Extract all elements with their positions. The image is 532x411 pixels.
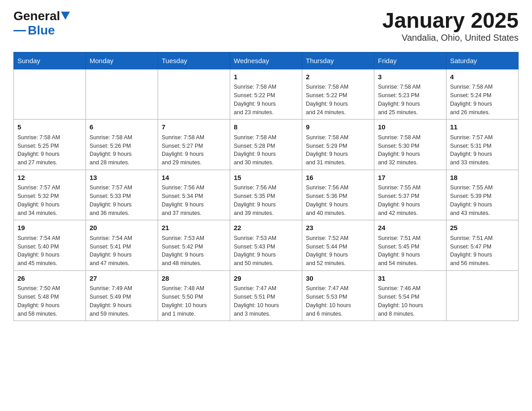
svg-marker-0 xyxy=(61,12,70,20)
table-row: 17Sunrise: 7:55 AM Sunset: 5:37 PM Dayli… xyxy=(374,170,446,220)
table-row: 12Sunrise: 7:57 AM Sunset: 5:32 PM Dayli… xyxy=(14,170,86,220)
table-row: 21Sunrise: 7:53 AM Sunset: 5:42 PM Dayli… xyxy=(158,220,230,271)
day-number: 20 xyxy=(90,223,154,233)
table-row: 8Sunrise: 7:58 AM Sunset: 5:28 PM Daylig… xyxy=(230,120,302,170)
table-row: 10Sunrise: 7:58 AM Sunset: 5:30 PM Dayli… xyxy=(374,120,446,170)
day-info: Sunrise: 7:46 AM Sunset: 5:54 PM Dayligh… xyxy=(378,284,442,318)
table-row: 30Sunrise: 7:47 AM Sunset: 5:53 PM Dayli… xyxy=(302,270,374,321)
table-row xyxy=(14,69,86,120)
day-info: Sunrise: 7:50 AM Sunset: 5:48 PM Dayligh… xyxy=(17,284,82,318)
logo-general-text: General xyxy=(13,9,60,23)
day-info: Sunrise: 7:58 AM Sunset: 5:22 PM Dayligh… xyxy=(306,83,370,116)
title-block: January 2025 Vandalia, Ohio, United Stat… xyxy=(382,9,519,43)
table-row xyxy=(446,270,519,321)
day-number: 5 xyxy=(17,122,82,133)
day-info: Sunrise: 7:53 AM Sunset: 5:43 PM Dayligh… xyxy=(234,234,298,268)
day-number: 14 xyxy=(162,173,226,183)
calendar-week-row: 26Sunrise: 7:50 AM Sunset: 5:48 PM Dayli… xyxy=(14,270,519,321)
day-info: Sunrise: 7:57 AM Sunset: 5:32 PM Dayligh… xyxy=(17,184,82,217)
day-info: Sunrise: 7:55 AM Sunset: 5:39 PM Dayligh… xyxy=(450,184,515,217)
calendar-header-row: Sunday Monday Tuesday Wednesday Thursday… xyxy=(14,52,519,69)
page-title: January 2025 xyxy=(382,9,519,33)
day-number: 11 xyxy=(450,122,515,133)
day-info: Sunrise: 7:54 AM Sunset: 5:41 PM Dayligh… xyxy=(90,234,154,268)
logo-triangle-icon xyxy=(61,12,70,21)
table-row: 9Sunrise: 7:58 AM Sunset: 5:29 PM Daylig… xyxy=(302,120,374,170)
day-number: 28 xyxy=(162,274,226,284)
day-number: 17 xyxy=(378,173,442,183)
table-row: 15Sunrise: 7:56 AM Sunset: 5:35 PM Dayli… xyxy=(230,170,302,220)
table-row: 23Sunrise: 7:52 AM Sunset: 5:44 PM Dayli… xyxy=(302,220,374,271)
day-number: 30 xyxy=(306,274,370,284)
table-row: 27Sunrise: 7:49 AM Sunset: 5:49 PM Dayli… xyxy=(86,270,158,321)
table-row: 6Sunrise: 7:58 AM Sunset: 5:26 PM Daylig… xyxy=(86,120,158,170)
day-info: Sunrise: 7:58 AM Sunset: 5:27 PM Dayligh… xyxy=(162,133,226,167)
col-tuesday: Tuesday xyxy=(158,52,230,69)
day-number: 25 xyxy=(450,223,515,233)
table-row: 7Sunrise: 7:58 AM Sunset: 5:27 PM Daylig… xyxy=(158,120,230,170)
table-row: 16Sunrise: 7:56 AM Sunset: 5:36 PM Dayli… xyxy=(302,170,374,220)
table-row: 28Sunrise: 7:48 AM Sunset: 5:50 PM Dayli… xyxy=(158,270,230,321)
day-info: Sunrise: 7:47 AM Sunset: 5:53 PM Dayligh… xyxy=(306,284,370,318)
day-number: 9 xyxy=(306,122,370,133)
day-number: 10 xyxy=(378,122,442,133)
day-number: 23 xyxy=(306,223,370,233)
day-number: 7 xyxy=(162,122,226,133)
col-saturday: Saturday xyxy=(446,52,519,69)
day-info: Sunrise: 7:58 AM Sunset: 5:23 PM Dayligh… xyxy=(378,83,442,116)
day-info: Sunrise: 7:56 AM Sunset: 5:36 PM Dayligh… xyxy=(306,184,370,217)
day-number: 27 xyxy=(90,274,154,284)
col-friday: Friday xyxy=(374,52,446,69)
day-info: Sunrise: 7:53 AM Sunset: 5:42 PM Dayligh… xyxy=(162,234,226,268)
day-info: Sunrise: 7:56 AM Sunset: 5:35 PM Dayligh… xyxy=(234,184,298,217)
logo-blue-text: Blue xyxy=(28,23,55,38)
day-info: Sunrise: 7:58 AM Sunset: 5:22 PM Dayligh… xyxy=(234,83,298,116)
day-number: 19 xyxy=(17,223,82,233)
day-info: Sunrise: 7:58 AM Sunset: 5:28 PM Dayligh… xyxy=(234,133,298,167)
page-header: General Blue January 2025 Vandalia, Ohio… xyxy=(13,9,519,43)
table-row: 22Sunrise: 7:53 AM Sunset: 5:43 PM Dayli… xyxy=(230,220,302,271)
day-number: 4 xyxy=(450,72,515,82)
table-row: 13Sunrise: 7:57 AM Sunset: 5:33 PM Dayli… xyxy=(86,170,158,220)
day-number: 1 xyxy=(234,72,298,82)
logo: General Blue xyxy=(13,9,70,38)
calendar-week-row: 19Sunrise: 7:54 AM Sunset: 5:40 PM Dayli… xyxy=(14,220,519,271)
calendar-table: Sunday Monday Tuesday Wednesday Thursday… xyxy=(13,52,519,321)
day-info: Sunrise: 7:58 AM Sunset: 5:25 PM Dayligh… xyxy=(17,133,82,167)
day-info: Sunrise: 7:57 AM Sunset: 5:33 PM Dayligh… xyxy=(90,184,154,217)
table-row: 20Sunrise: 7:54 AM Sunset: 5:41 PM Dayli… xyxy=(86,220,158,271)
table-row: 26Sunrise: 7:50 AM Sunset: 5:48 PM Dayli… xyxy=(14,270,86,321)
day-number: 24 xyxy=(378,223,442,233)
day-info: Sunrise: 7:58 AM Sunset: 5:30 PM Dayligh… xyxy=(378,133,442,167)
day-number: 15 xyxy=(234,173,298,183)
day-number: 3 xyxy=(378,72,442,82)
table-row: 1Sunrise: 7:58 AM Sunset: 5:22 PM Daylig… xyxy=(230,69,302,120)
day-info: Sunrise: 7:56 AM Sunset: 5:34 PM Dayligh… xyxy=(162,184,226,217)
table-row: 4Sunrise: 7:58 AM Sunset: 5:24 PM Daylig… xyxy=(446,69,519,120)
table-row: 11Sunrise: 7:57 AM Sunset: 5:31 PM Dayli… xyxy=(446,120,519,170)
day-number: 16 xyxy=(306,173,370,183)
page-subtitle: Vandalia, Ohio, United States xyxy=(382,33,519,43)
table-row: 18Sunrise: 7:55 AM Sunset: 5:39 PM Dayli… xyxy=(446,170,519,220)
table-row: 3Sunrise: 7:58 AM Sunset: 5:23 PM Daylig… xyxy=(374,69,446,120)
calendar-week-row: 12Sunrise: 7:57 AM Sunset: 5:32 PM Dayli… xyxy=(14,170,519,220)
table-row: 5Sunrise: 7:58 AM Sunset: 5:25 PM Daylig… xyxy=(14,120,86,170)
table-row: 2Sunrise: 7:58 AM Sunset: 5:22 PM Daylig… xyxy=(302,69,374,120)
day-number: 26 xyxy=(17,274,82,284)
table-row: 14Sunrise: 7:56 AM Sunset: 5:34 PM Dayli… xyxy=(158,170,230,220)
day-number: 31 xyxy=(378,274,442,284)
day-info: Sunrise: 7:48 AM Sunset: 5:50 PM Dayligh… xyxy=(162,284,226,318)
day-info: Sunrise: 7:49 AM Sunset: 5:49 PM Dayligh… xyxy=(90,284,154,318)
day-number: 2 xyxy=(306,72,370,82)
col-sunday: Sunday xyxy=(14,52,86,69)
day-number: 6 xyxy=(90,122,154,133)
day-info: Sunrise: 7:47 AM Sunset: 5:51 PM Dayligh… xyxy=(234,284,298,318)
table-row: 25Sunrise: 7:51 AM Sunset: 5:47 PM Dayli… xyxy=(446,220,519,271)
col-wednesday: Wednesday xyxy=(230,52,302,69)
table-row: 19Sunrise: 7:54 AM Sunset: 5:40 PM Dayli… xyxy=(14,220,86,271)
day-info: Sunrise: 7:57 AM Sunset: 5:31 PM Dayligh… xyxy=(450,133,515,167)
day-info: Sunrise: 7:54 AM Sunset: 5:40 PM Dayligh… xyxy=(17,234,82,268)
day-info: Sunrise: 7:51 AM Sunset: 5:45 PM Dayligh… xyxy=(378,234,442,268)
table-row: 29Sunrise: 7:47 AM Sunset: 5:51 PM Dayli… xyxy=(230,270,302,321)
table-row: 31Sunrise: 7:46 AM Sunset: 5:54 PM Dayli… xyxy=(374,270,446,321)
